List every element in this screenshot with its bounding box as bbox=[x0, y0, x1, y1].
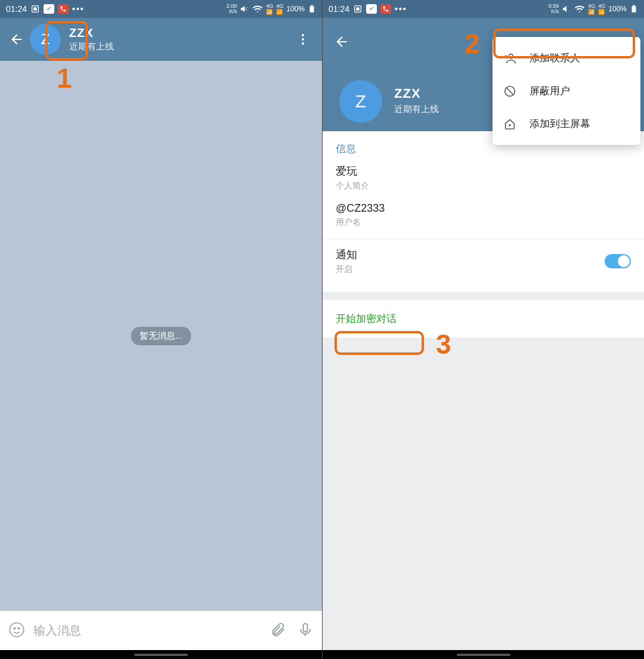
network-speed: 0.59K/s bbox=[549, 4, 559, 14]
battery-percent: 100% bbox=[286, 5, 305, 13]
svg-rect-2 bbox=[310, 6, 314, 12]
chat-contact-name: ZZX bbox=[69, 26, 114, 40]
svg-rect-13 bbox=[632, 6, 636, 12]
chat-avatar[interactable]: Z bbox=[30, 24, 61, 55]
notifications-state: 开启 bbox=[336, 264, 357, 275]
more-status-icon: ••• bbox=[395, 4, 407, 14]
back-button[interactable] bbox=[330, 30, 354, 54]
emoji-button[interactable] bbox=[8, 621, 25, 641]
status-bar: 01:24 ••• 2.00K/s 4G📶 4G📶 100% bbox=[0, 0, 322, 18]
signal-4g-sim2: 4G📶 bbox=[276, 3, 283, 15]
start-secret-chat-label: 开始加密对话 bbox=[336, 313, 397, 324]
status-time: 01:24 bbox=[6, 4, 27, 14]
status-time: 01:24 bbox=[329, 4, 349, 14]
signal-4g-sim1: 4G📶 bbox=[266, 3, 273, 15]
call-record-icon bbox=[380, 4, 391, 14]
profile-info-section: 信息 爱玩 个人简介 @CZ2333 用户名 通知 开启 bbox=[323, 131, 644, 292]
profile-body: 信息 爱玩 个人简介 @CZ2333 用户名 通知 开启 开始加密对话 bbox=[323, 131, 644, 650]
battery-percent: 100% bbox=[608, 5, 627, 13]
status-bar: 01:24 ••• 0.59K/s 4G📶 4G📶 100% bbox=[323, 0, 644, 18]
menu-add-contact[interactable]: 添加联系人 bbox=[493, 42, 640, 75]
signal-4g-sim1: 4G📶 bbox=[588, 3, 595, 15]
chat-messages-area[interactable]: 暂无消息... bbox=[0, 61, 322, 611]
svg-rect-14 bbox=[633, 5, 635, 7]
bio-label: 个人简介 bbox=[336, 181, 631, 191]
menu-block-user-label: 屏蔽用户 bbox=[530, 84, 570, 98]
svg-point-7 bbox=[10, 623, 23, 636]
profile-header: Z ZZX 近期有上线 添加联系人 屏蔽用户 添加到主屏幕 bbox=[323, 18, 644, 131]
divider bbox=[323, 239, 644, 239]
svg-rect-12 bbox=[356, 7, 359, 10]
screen-profile: 01:24 ••• 0.59K/s 4G📶 4G📶 100% bbox=[322, 0, 644, 659]
battery-icon bbox=[308, 5, 316, 13]
app-badge-icon bbox=[366, 4, 377, 14]
back-button[interactable] bbox=[7, 32, 26, 47]
svg-point-6 bbox=[302, 42, 304, 45]
network-speed: 2.00K/s bbox=[227, 4, 237, 14]
screenshot-icon bbox=[353, 4, 363, 14]
start-secret-chat[interactable]: 开始加密对话 bbox=[323, 300, 644, 338]
call-record-icon bbox=[58, 4, 69, 14]
notifications-toggle[interactable] bbox=[605, 254, 631, 268]
menu-add-homescreen[interactable]: 添加到主屏幕 bbox=[493, 107, 640, 140]
voice-button[interactable] bbox=[297, 621, 314, 641]
notifications-row[interactable]: 通知 开启 bbox=[336, 247, 631, 275]
wifi-icon bbox=[252, 4, 263, 14]
svg-point-8 bbox=[14, 627, 15, 629]
username-value: @CZ2333 bbox=[336, 202, 631, 215]
username-field[interactable]: @CZ2333 用户名 bbox=[336, 202, 631, 228]
message-input[interactable]: 输入消息 bbox=[33, 623, 270, 639]
screenshot-icon bbox=[30, 4, 40, 14]
chat-header: Z ZZX 近期有上线 bbox=[0, 18, 322, 61]
app-badge-icon bbox=[44, 4, 54, 14]
empty-chat-label: 暂无消息... bbox=[131, 327, 191, 345]
chat-contact-status: 近期有上线 bbox=[69, 41, 114, 52]
svg-rect-10 bbox=[304, 623, 308, 632]
menu-add-homescreen-label: 添加到主屏幕 bbox=[530, 117, 590, 131]
svg-rect-3 bbox=[311, 5, 313, 7]
notifications-title: 通知 bbox=[336, 247, 357, 262]
svg-point-5 bbox=[302, 38, 304, 41]
mute-icon bbox=[240, 4, 249, 14]
bio-field[interactable]: 爱玩 个人简介 bbox=[336, 164, 631, 191]
screen-chat: 01:24 ••• 2.00K/s 4G📶 4G📶 100% bbox=[0, 0, 322, 659]
profile-status: 近期有上线 bbox=[394, 104, 439, 115]
attach-button[interactable] bbox=[270, 621, 286, 641]
battery-icon bbox=[630, 5, 638, 13]
mute-icon bbox=[562, 4, 571, 14]
svg-point-9 bbox=[18, 627, 19, 629]
more-options-button[interactable] bbox=[291, 27, 315, 51]
overflow-menu: 添加联系人 屏蔽用户 添加到主屏幕 bbox=[493, 37, 640, 145]
svg-point-4 bbox=[302, 34, 304, 36]
signal-4g-sim2: 4G📶 bbox=[598, 3, 605, 15]
more-status-icon: ••• bbox=[72, 4, 85, 14]
message-input-bar: 输入消息 bbox=[0, 611, 322, 650]
chat-title-block[interactable]: ZZX 近期有上线 bbox=[69, 26, 114, 52]
profile-name: ZZX bbox=[394, 86, 421, 101]
menu-block-user[interactable]: 屏蔽用户 bbox=[493, 75, 640, 107]
wifi-icon bbox=[574, 4, 585, 14]
menu-add-contact-label: 添加联系人 bbox=[530, 51, 580, 65]
svg-rect-1 bbox=[33, 7, 36, 10]
username-label: 用户名 bbox=[336, 217, 631, 228]
bio-value: 爱玩 bbox=[336, 164, 631, 178]
android-nav-bar bbox=[323, 650, 644, 659]
profile-avatar[interactable]: Z bbox=[339, 80, 382, 123]
android-nav-bar bbox=[0, 650, 322, 659]
svg-point-15 bbox=[509, 54, 513, 58]
